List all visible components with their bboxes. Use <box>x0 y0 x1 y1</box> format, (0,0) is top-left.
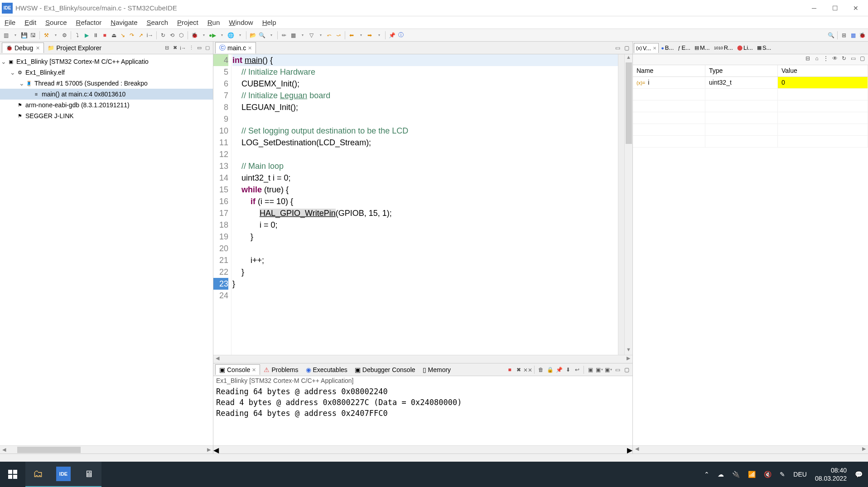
perspective-open-icon[interactable]: ⊞ <box>840 31 848 39</box>
nav-fwd-icon[interactable]: ⤻ <box>334 31 342 39</box>
tab-project-explorer[interactable]: 📁 Project Explorer <box>44 43 105 53</box>
var-home-icon[interactable]: ⌂ <box>813 54 821 62</box>
step-over-icon[interactable]: ↷ <box>128 31 136 39</box>
con-new-dropdown[interactable]: ▣ <box>604 366 612 374</box>
con-max-icon[interactable]: ▢ <box>622 366 631 374</box>
variable-row[interactable]: (x)=i uint32_t 0 <box>633 77 868 89</box>
tab-debugger-console[interactable]: ▣ Debugger Console <box>351 365 419 375</box>
col-value[interactable]: Value <box>778 65 868 76</box>
tab-expressions[interactable]: ƒE... <box>676 43 692 53</box>
maximize-panel-icon[interactable]: ▢ <box>204 44 211 52</box>
disconnect-icon[interactable]: ⏏ <box>110 31 118 39</box>
back-icon[interactable]: ⬅ <box>347 31 356 39</box>
taskbar-explorer[interactable]: 🗂 <box>25 462 51 487</box>
con-clear-icon[interactable]: 🗑 <box>537 366 545 374</box>
taskbar-ide[interactable]: IDE <box>51 462 76 487</box>
coverage-icon[interactable]: 🌐 <box>227 31 235 39</box>
quick-access-icon[interactable]: 🔍 <box>827 31 835 39</box>
tab-problems[interactable]: ⚠ Problems <box>260 365 302 375</box>
wifi-icon[interactable]: 📶 <box>748 471 756 478</box>
tree-thread[interactable]: ⌄🧵 Thread #1 57005 (Suspended : Breakpo <box>0 78 213 89</box>
forward-dropdown[interactable] <box>375 31 383 39</box>
power-icon[interactable]: 🔌 <box>732 471 740 478</box>
console-hscrollbar[interactable]: ◀▶ <box>213 445 632 454</box>
skip-icon[interactable]: ⤵ <box>73 31 82 39</box>
debug-hscrollbar[interactable]: ◀▶ <box>0 445 213 454</box>
var-min-icon[interactable]: ▭ <box>849 54 857 62</box>
build-icon[interactable]: ⚒ <box>42 31 50 39</box>
build-dropdown[interactable] <box>51 31 59 39</box>
pin-icon[interactable]: 📌 <box>388 31 396 39</box>
con-terminate-icon[interactable]: ■ <box>506 366 514 374</box>
menu-run[interactable]: Run <box>203 17 225 28</box>
overview-ruler[interactable] <box>618 54 624 355</box>
con-display-dropdown[interactable]: ▣ <box>595 366 603 374</box>
search-dropdown[interactable] <box>267 31 275 39</box>
run-icon[interactable]: ●▶ <box>208 31 217 39</box>
menu-edit[interactable]: Edit <box>20 17 41 28</box>
debug-icon[interactable]: 🐞 <box>190 31 198 39</box>
con-open-icon[interactable]: ▣ <box>586 366 594 374</box>
tree-elf[interactable]: ⌄⚙ Ex1_Blinky.elf <box>0 67 213 78</box>
debug-dropdown[interactable] <box>199 31 207 39</box>
nav-back-icon[interactable]: ⤺ <box>325 31 333 39</box>
perspective-cpp-icon[interactable]: ▦ <box>849 31 857 39</box>
chevron-up-icon[interactable]: ⌃ <box>704 471 709 478</box>
minimize-button[interactable]: ─ <box>804 1 825 15</box>
editor-min-icon[interactable]: ▭ <box>613 44 622 52</box>
menu-file[interactable]: File <box>0 17 20 28</box>
menu-navigate[interactable]: Navigate <box>106 17 142 28</box>
save-icon[interactable]: 💾 <box>20 31 28 39</box>
tab-memory[interactable]: ▯ Memory <box>419 365 455 375</box>
con-scroll-icon[interactable]: ⬇ <box>564 366 572 374</box>
tab-console[interactable]: ▣ Console ✕ <box>215 364 260 375</box>
tab-modules[interactable]: ▤M... <box>693 43 712 53</box>
tab-breakpoints[interactable]: ●B... <box>659 43 675 53</box>
editor-hscrollbar[interactable]: ◀▶ <box>213 355 632 363</box>
line-gutter[interactable]: 456789101112131415161718192021222324 <box>213 54 231 355</box>
con-removeall-icon[interactable]: ⨯⨯ <box>524 366 532 374</box>
var-refresh-icon[interactable]: ↻ <box>840 54 848 62</box>
col-name[interactable]: Name <box>633 65 705 76</box>
console-body[interactable]: Reading 64 bytes @ address 0x08002240 Re… <box>213 385 632 445</box>
step-into-icon[interactable]: ↘ <box>119 31 127 39</box>
var-menu-icon[interactable]: ⋮ <box>822 54 830 62</box>
run-dropdown[interactable] <box>217 31 226 39</box>
minimize-panel-icon[interactable]: ▭ <box>196 44 203 52</box>
col-type[interactable]: Type <box>705 65 778 76</box>
perspective-debug-icon[interactable]: 🐞 <box>858 31 866 39</box>
instruction-step-icon[interactable]: i→ <box>146 31 154 39</box>
remove-icon[interactable]: ✖ <box>171 44 178 52</box>
open-type-icon[interactable]: 📂 <box>249 31 257 39</box>
menu-search[interactable]: Search <box>142 17 173 28</box>
tree-gdb[interactable]: ⚑ arm-none-eabi-gdb (8.3.1.20191211) <box>0 100 213 110</box>
menu-source[interactable]: Source <box>41 17 72 28</box>
step-icon[interactable]: i→ <box>179 44 187 52</box>
var-collapse-icon[interactable]: ⊟ <box>804 54 812 62</box>
vars-hscrollbar[interactable]: ◀▶ <box>633 445 868 454</box>
onedrive-icon[interactable]: ☁ <box>718 471 724 478</box>
reset-icon[interactable]: ⟲ <box>168 31 176 39</box>
new-dropdown[interactable] <box>11 31 19 39</box>
toggle-icon[interactable]: ▦ <box>289 31 297 39</box>
menu-help[interactable]: Help <box>258 17 281 28</box>
info-icon[interactable]: ⓘ <box>397 31 405 39</box>
restart-icon[interactable]: ↻ <box>159 31 167 39</box>
editor-body[interactable]: 456789101112131415161718192021222324 int… <box>213 54 632 355</box>
step-return-icon[interactable]: ↗ <box>137 31 145 39</box>
code-area[interactable]: int main() { // Initialize Hardware CUBE… <box>231 54 618 355</box>
con-min-icon[interactable]: ▭ <box>613 366 622 374</box>
resume-icon[interactable]: ▶ <box>82 31 91 39</box>
con-remove-icon[interactable]: ✖ <box>515 366 523 374</box>
close-icon[interactable]: ✕ <box>252 367 256 373</box>
clock[interactable]: 08:40 08.03.2022 <box>815 466 847 482</box>
close-icon[interactable]: ✕ <box>248 45 252 51</box>
var-watch-icon[interactable]: 👁 <box>831 54 839 62</box>
tab-sfr[interactable]: ▦S... <box>755 43 773 53</box>
back-dropdown[interactable] <box>357 31 365 39</box>
new-icon[interactable]: ▥ <box>2 31 10 39</box>
reset-chip-icon[interactable]: ⬡ <box>177 31 185 39</box>
tab-live[interactable]: ⬤Li... <box>735 43 755 53</box>
pause-icon[interactable]: ⏸ <box>92 31 100 39</box>
volume-icon[interactable]: 🔇 <box>764 471 772 478</box>
